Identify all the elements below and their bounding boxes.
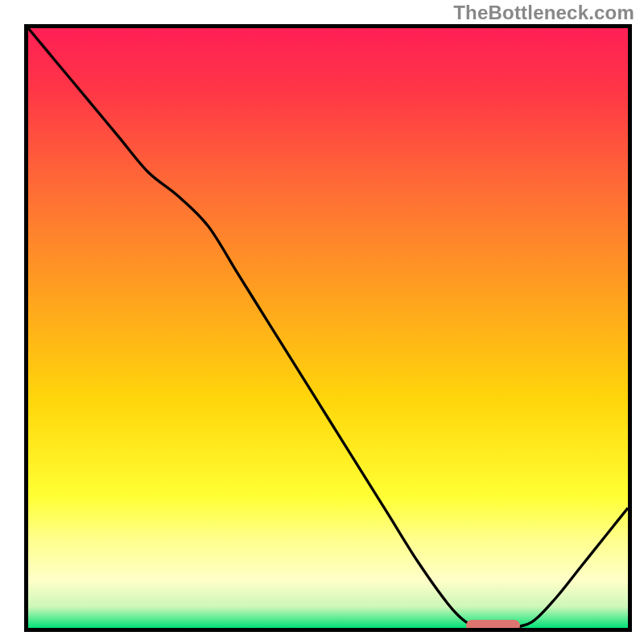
svg-rect-0 [28,28,628,628]
plot-area [24,24,632,632]
watermark-text: TheBottleneck.com [453,2,634,24]
heatmap-gradient [28,28,628,628]
optimal-range-marker [466,620,520,631]
chart-wrapper: TheBottleneck.com [0,0,644,644]
